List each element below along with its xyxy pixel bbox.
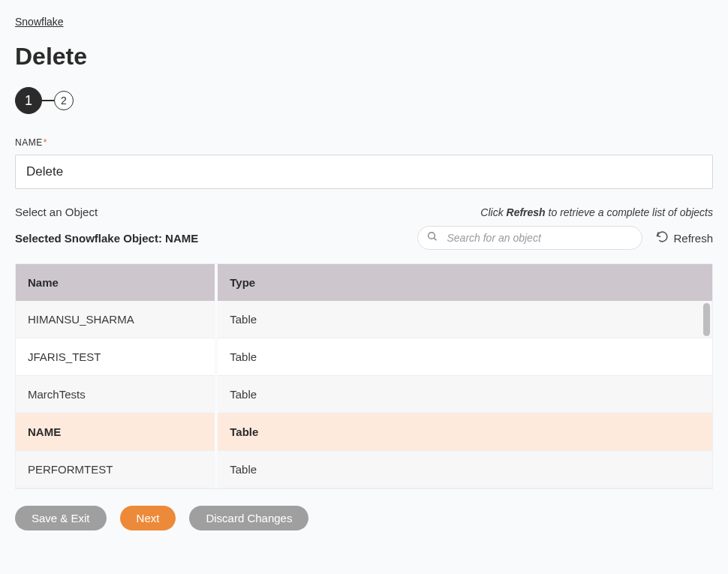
table-scrollbar-thumb[interactable] <box>703 303 710 336</box>
table-row[interactable]: MarchTestsTable <box>16 376 712 413</box>
name-field-label: NAME <box>15 137 43 148</box>
cell-name: JFARIS_TEST <box>16 338 216 376</box>
table-row[interactable]: HIMANSU_SHARMATable <box>16 301 712 338</box>
hint-post: to retrieve a complete list of objects <box>546 206 713 218</box>
col-header-name[interactable]: Name <box>16 264 216 301</box>
selected-name: NAME <box>165 232 198 245</box>
selected-prefix: Selected Snowflake Object: <box>15 232 165 245</box>
cell-name: MarchTests <box>16 376 216 413</box>
object-table: Name Type HIMANSU_SHARMATableJFARIS_TEST… <box>16 264 712 488</box>
page-title: Delete <box>15 43 713 71</box>
select-object-label: Select an Object <box>15 206 98 218</box>
svg-point-0 <box>429 233 435 239</box>
name-input[interactable] <box>15 155 713 189</box>
refresh-button[interactable]: Refresh <box>656 230 713 245</box>
hint-strong: Refresh <box>507 206 546 218</box>
hint-pre: Click <box>480 206 506 218</box>
object-table-wrap: Name Type HIMANSU_SHARMATableJFARIS_TEST… <box>15 263 713 489</box>
breadcrumb-snowflake[interactable]: Snowflake <box>15 16 64 28</box>
search-input[interactable] <box>417 226 642 250</box>
step-2[interactable]: 2 <box>54 91 74 110</box>
cell-name: PERFORMTEST <box>16 451 216 488</box>
table-row[interactable]: NAMETable <box>16 413 712 451</box>
next-button[interactable]: Next <box>120 506 176 530</box>
cell-name: NAME <box>16 413 216 451</box>
cell-type: Table <box>216 301 712 338</box>
required-indicator: * <box>44 137 47 148</box>
discard-button[interactable]: Discard Changes <box>189 506 308 530</box>
cell-type: Table <box>216 413 712 451</box>
search-icon <box>426 230 438 245</box>
table-scrollbar[interactable] <box>703 302 710 487</box>
refresh-icon <box>656 230 669 245</box>
selected-object-label: Selected Snowflake Object: NAME <box>15 232 198 245</box>
cell-name: HIMANSU_SHARMA <box>16 301 216 338</box>
refresh-hint: Click Refresh to retrieve a complete lis… <box>480 206 713 218</box>
stepper: 1 2 <box>15 87 713 114</box>
refresh-label: Refresh <box>673 232 713 245</box>
step-1[interactable]: 1 <box>15 87 42 114</box>
svg-line-1 <box>435 238 437 240</box>
table-row[interactable]: PERFORMTESTTable <box>16 451 712 488</box>
table-row[interactable]: JFARIS_TESTTable <box>16 338 712 376</box>
col-header-type[interactable]: Type <box>216 264 712 301</box>
cell-type: Table <box>216 338 712 376</box>
save-exit-button[interactable]: Save & Exit <box>15 506 107 530</box>
cell-type: Table <box>216 376 712 413</box>
step-connector <box>42 100 54 101</box>
cell-type: Table <box>216 451 712 488</box>
